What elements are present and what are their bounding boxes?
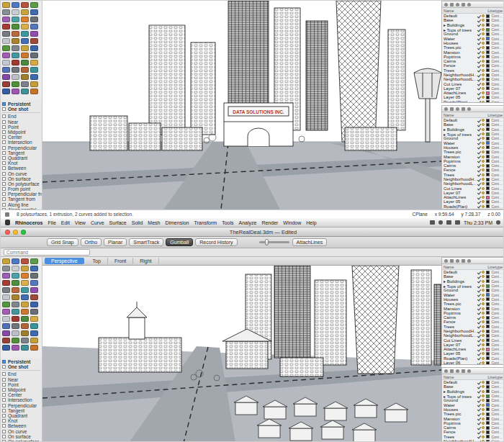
tool-icon[interactable] [30,45,38,51]
spotlight-icon[interactable] [496,220,500,225]
visibility-icon[interactable] [482,302,485,305]
check-icon[interactable] [477,123,482,127]
visibility-icon[interactable] [482,164,485,167]
layer-color-swatch[interactable] [486,320,490,324]
tool-icon[interactable] [2,74,10,80]
bluetooth-icon[interactable] [438,220,443,225]
layer-linetype[interactable]: Cont… [491,118,503,122]
check-icon[interactable] [477,270,482,274]
layer-color-swatch[interactable] [486,330,490,333]
check-icon[interactable] [477,288,482,292]
visibility-icon[interactable] [482,51,485,54]
layer-color-swatch[interactable] [486,14,490,18]
visibility-icon[interactable] [482,46,485,49]
tool-icon[interactable] [12,24,19,30]
osnap-checkbox[interactable] [2,114,6,118]
check-icon[interactable] [477,45,482,50]
osnap-item[interactable]: On polysurface [2,181,40,186]
tool-icon[interactable] [12,81,19,87]
osnap-item[interactable]: Between [2,166,40,171]
city-wireframe-canvas-top[interactable]: DATA SOLUTIONS INC. [42,1,441,209]
menu-item[interactable]: Solid [132,220,143,225]
visibility-icon[interactable] [482,14,485,17]
layer-linetype[interactable]: Cont… [491,195,503,199]
layer-color-swatch[interactable] [486,297,490,301]
check-icon[interactable] [477,333,482,338]
check-icon[interactable] [477,302,482,306]
layer-color-swatch[interactable] [486,348,490,351]
layer-row[interactable]: Trees Cont… [442,435,504,439]
osnap-checkbox[interactable] [2,393,6,397]
tool-icon[interactable] [21,81,29,87]
tool-icon[interactable] [21,31,29,37]
layer-color-swatch[interactable] [486,50,490,54]
layer-color-swatch[interactable] [486,91,490,95]
visibility-icon[interactable] [482,426,485,429]
layer-color-swatch[interactable] [486,173,490,176]
visibility-icon[interactable] [482,325,485,328]
layer-row[interactable]: Trees.pic Cont… [442,412,504,416]
osnap-item[interactable]: Knot [2,161,40,166]
check-icon[interactable] [477,407,482,412]
check-icon[interactable] [477,439,482,442]
tool-icon[interactable] [30,338,38,343]
check-icon[interactable] [477,430,482,435]
osnap-item[interactable]: Point [2,382,40,387]
mode-button[interactable]: Grid Snap [47,238,78,246]
visibility-icon[interactable] [482,275,485,278]
tool-icon[interactable] [2,9,10,15]
tool-icon[interactable] [12,302,19,307]
check-icon[interactable] [477,181,482,186]
layer-row[interactable]: Ground Cont… [442,32,504,36]
layer-color-swatch[interactable] [486,23,490,27]
layer-color-swatch[interactable] [486,334,490,338]
layer-linetype[interactable]: Cont… [491,73,503,77]
osnap-checkbox[interactable] [2,409,6,412]
layer-row[interactable]: Mansion Cont… [442,416,504,420]
layer-linetype[interactable]: Cont… [491,338,503,343]
layer-row[interactable]: AttachLines Cont… [442,347,504,351]
tool-icon[interactable] [12,89,19,94]
visibility-icon[interactable] [482,96,485,99]
layer-color-swatch[interactable] [486,159,490,163]
tool-icon[interactable] [21,2,29,8]
layer-color-swatch[interactable] [486,412,490,416]
check-icon[interactable] [477,311,482,315]
layer-color-swatch[interactable] [486,55,490,58]
tool-icon[interactable] [30,316,38,322]
osnap-checkbox[interactable] [2,419,6,423]
layer-linetype[interactable]: Cont… [491,417,503,421]
layer-linetype[interactable]: Cont… [491,159,503,163]
visibility-icon[interactable] [482,294,485,297]
menu-item[interactable]: Transform [194,220,217,225]
menu-item[interactable]: Dimension [165,220,189,225]
layer-linetype[interactable]: Cont… [491,91,503,95]
layer-linetype[interactable]: Cont… [491,297,503,302]
layer-row[interactable]: Fence Cont… [442,63,504,68]
layer-row[interactable]: NeighborhoodL… Cont… [442,181,504,186]
tool-icon[interactable] [12,31,19,37]
visibility-icon[interactable] [482,200,485,203]
visibility-icon[interactable] [482,330,485,333]
layer-linetype[interactable]: Cont… [491,430,503,434]
layer-color-swatch[interactable] [486,307,490,310]
layer-color-swatch[interactable] [486,275,490,279]
layer-row[interactable]: Layer 07 Cont… [442,191,504,195]
tool-icon[interactable] [30,89,38,94]
mode-button[interactable]: Planar [104,238,127,246]
layer-row[interactable]: Water Cont… [442,140,504,145]
osnap-item[interactable]: Perpendicular [2,145,40,150]
delete-layer-icon[interactable] [450,107,454,111]
osnap-item[interactable]: Between [2,423,40,428]
tool-icon[interactable] [21,45,29,51]
osnap-item[interactable]: Quadrant [2,155,40,161]
tool-icon[interactable] [12,330,19,336]
check-icon[interactable] [477,136,482,140]
tool-icon[interactable] [2,287,10,293]
layer-linetype[interactable]: Cont… [491,435,503,439]
layer-linetype[interactable]: Cont… [491,361,503,365]
check-icon[interactable] [477,77,482,81]
layer-color-swatch[interactable] [486,389,490,393]
visibility-icon[interactable] [482,101,485,103]
visibility-icon[interactable] [482,316,485,319]
